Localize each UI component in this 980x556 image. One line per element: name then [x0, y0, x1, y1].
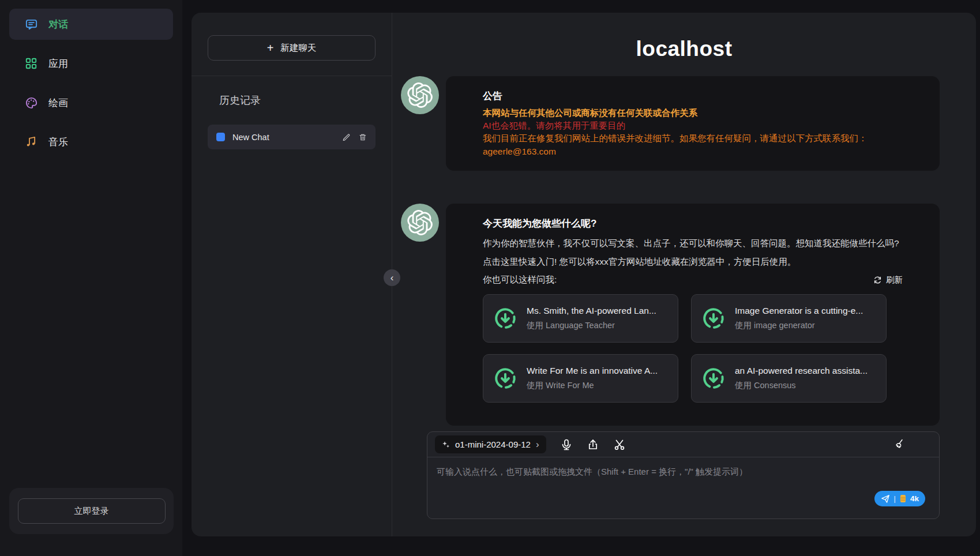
announcement-line-warning: AI也会犯错。请勿将其用于重要目的 [483, 119, 903, 132]
sidebar-item-chat[interactable]: 对话 [9, 9, 173, 40]
new-chat-label: 新建聊天 [280, 42, 316, 54]
refresh-icon [873, 276, 882, 284]
chevron-left-icon: ‹ [391, 272, 394, 284]
microphone-button[interactable] [560, 438, 573, 451]
announcement-heading: 公告 [483, 89, 903, 104]
ask-row: 你也可以这样问我: 刷新 [483, 271, 903, 290]
app-root: { "sidebar": { "items": [ { "label": "对话… [0, 0, 980, 556]
announcement-line-disclaimer: 本网站与任何其他公司或商标没有任何关联或合作关系 [483, 107, 903, 119]
token-badge: 4k [910, 494, 919, 503]
suggestion-text: an AI-powered research assista... 使用 Con… [735, 366, 868, 391]
arrow-down-circle-icon [701, 306, 726, 330]
clear-context-button[interactable] [893, 438, 906, 451]
suggestion-card[interactable]: an AI-powered research assista... 使用 Con… [691, 354, 887, 403]
welcome-heading: 今天我能为您做些什么呢? [483, 216, 903, 231]
upload-button[interactable] [587, 438, 599, 451]
chat-bubble-icon [24, 17, 38, 31]
refresh-suggestions-button[interactable]: 刷新 [873, 275, 903, 285]
suggestion-title: an AI-powered research assista... [735, 366, 868, 376]
history-item-title: New Chat [232, 133, 335, 142]
openai-logo-icon [407, 210, 433, 235]
sidebar-item-label: 对话 [48, 18, 68, 31]
delete-icon[interactable] [358, 133, 367, 141]
history-divider [192, 76, 392, 76]
arrow-down-circle-icon [701, 366, 726, 390]
sidebar-item-label: 音乐 [48, 136, 68, 149]
suggestion-card[interactable]: Write For Me is an innovative A... 使用 Wr… [483, 354, 678, 403]
history-panel: + 新建聊天 历史记录 New Chat [192, 13, 392, 536]
chat-main: localhost 公告 本网站与任何其他公司或商标没有任何关联或合作关系 AI… [392, 13, 976, 536]
sidebar: 对话 应用 绘画 [0, 0, 182, 556]
assistant-message-welcome: 今天我能为您做些什么呢? 作为你的智慧伙伴，我不仅可以写文案、出点子，还可以和你… [392, 204, 976, 426]
sidebar-item-label: 绘画 [48, 96, 68, 110]
upload-icon [587, 438, 599, 451]
arrow-down-circle-icon [493, 366, 517, 390]
broom-icon [893, 438, 906, 451]
token-coin-icon [900, 494, 906, 503]
sparkle-icon [442, 441, 450, 449]
sidebar-nav: 对话 应用 绘画 [0, 0, 182, 157]
sidebar-item-music[interactable]: 音乐 [9, 126, 173, 157]
contact-email-link[interactable]: ageerle@163.com [483, 145, 556, 158]
microphone-icon [560, 438, 573, 451]
suggestion-title: Write For Me is an innovative A... [527, 366, 658, 376]
login-card: 立即登录 [9, 488, 174, 534]
suggestion-card[interactable]: Image Generator is a cutting-e... 使用 ima… [691, 294, 887, 343]
suggestion-text: Ms. Smith, the AI-powered Lan... 使用 Lang… [527, 306, 656, 331]
suggestion-title: Ms. Smith, the AI-powered Lan... [527, 306, 656, 316]
suggestion-card[interactable]: Ms. Smith, the AI-powered Lan... 使用 Lang… [483, 294, 678, 343]
history-heading: 历史记录 [219, 93, 392, 107]
send-separator: | [894, 494, 896, 503]
refresh-label: 刷新 [886, 275, 903, 285]
suggestion-subtitle: 使用 Language Teacher [527, 320, 656, 331]
login-button[interactable]: 立即登录 [18, 498, 166, 524]
assistant-message-announcement: 公告 本网站与任何其他公司或商标没有任何关联或合作关系 AI也会犯错。请勿将其用… [392, 76, 976, 171]
palette-icon [24, 96, 38, 110]
suggestion-text: Image Generator is a cutting-e... 使用 ima… [735, 306, 863, 331]
send-plane-icon [881, 494, 890, 504]
screenshot-button[interactable] [613, 438, 626, 451]
workspace: + 新建聊天 历史记录 New Chat ‹ localhost [192, 13, 976, 536]
chevron-right-icon: › [536, 439, 539, 449]
sidebar-item-drawing[interactable]: 绘画 [9, 87, 173, 118]
composer-toolbar: o1-mini-2024-09-12 › [427, 432, 939, 457]
edit-icon[interactable] [342, 133, 351, 141]
ask-hint: 你也可以这样问我: [483, 274, 557, 286]
chat-color-swatch-icon [216, 133, 225, 141]
music-note-icon [24, 135, 38, 149]
sidebar-item-label: 应用 [48, 57, 68, 70]
history-item[interactable]: New Chat [208, 125, 376, 149]
page-title: localhost [392, 37, 976, 61]
collapse-sidebar-button[interactable]: ‹ [384, 269, 400, 286]
suggestion-title: Image Generator is a cutting-e... [735, 306, 863, 316]
message-input[interactable] [427, 457, 939, 519]
openai-avatar [401, 76, 439, 114]
arrow-down-circle-icon [493, 306, 517, 330]
suggestion-text: Write For Me is an innovative A... 使用 Wr… [527, 366, 658, 391]
composer-input-area: | 4k [427, 457, 939, 519]
suggestion-subtitle: 使用 Write For Me [527, 380, 658, 391]
suggestion-subtitle: 使用 image generator [735, 320, 863, 331]
openai-logo-icon [407, 82, 433, 108]
announcement-line-contact: 我们目前正在修复我们网站上的错误并改进细节。如果您有任何疑问，请通过以下方式联系… [483, 132, 903, 145]
model-selector[interactable]: o1-mini-2024-09-12 › [435, 435, 546, 453]
model-label: o1-mini-2024-09-12 [455, 439, 531, 449]
history-item-actions [342, 133, 367, 141]
welcome-body: 作为你的智慧伙伴，我不仅可以写文案、出点子，还可以和你聊天、回答问题。想知道我还… [483, 234, 903, 271]
sidebar-item-apps[interactable]: 应用 [9, 48, 173, 79]
suggestion-subtitle: 使用 Consensus [735, 380, 868, 391]
plus-icon: + [267, 42, 274, 54]
openai-avatar [401, 204, 439, 242]
new-chat-button[interactable]: + 新建聊天 [208, 35, 376, 61]
scissors-icon [613, 438, 626, 451]
announcement-bubble: 公告 本网站与任何其他公司或商标没有任何关联或合作关系 AI也会犯错。请勿将其用… [446, 76, 940, 171]
welcome-bubble: 今天我能为您做些什么呢? 作为你的智慧伙伴，我不仅可以写文案、出点子，还可以和你… [446, 204, 940, 426]
suggestion-cards: Ms. Smith, the AI-powered Lan... 使用 Lang… [483, 294, 903, 403]
apps-grid-icon [24, 57, 38, 70]
send-button[interactable]: | 4k [874, 491, 925, 506]
composer: o1-mini-2024-09-12 › [427, 431, 940, 519]
